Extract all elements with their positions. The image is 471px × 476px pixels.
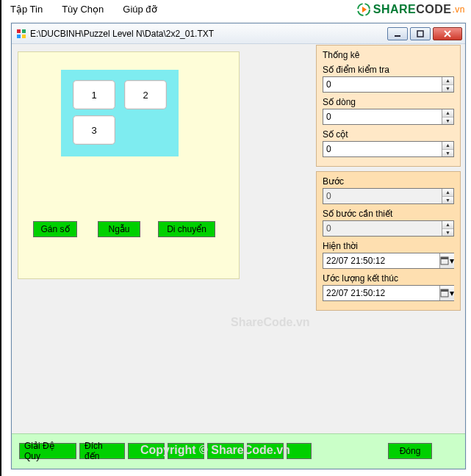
testpoints-spinner[interactable]: ▲▼ — [442, 77, 453, 92]
step-input: ▲▼ — [323, 188, 454, 204]
step-label: Bước — [323, 176, 454, 187]
stats-panel: Thống kê Số điểm kiểm tra ▲▼ Số dòng ▲▼ — [316, 45, 461, 412]
needed-spinner: ▲▼ — [442, 221, 453, 236]
close-window-button[interactable] — [433, 27, 462, 40]
bottom-bar: Giải Đệ Quy Đích đến Đóng — [12, 433, 465, 469]
svg-rect-5 — [22, 35, 26, 38]
destination-button[interactable]: Đích đến — [79, 443, 125, 459]
testpoints-input[interactable]: ▲▼ — [323, 76, 454, 93]
brand-vn: .vn — [452, 4, 465, 15]
stub-button-3[interactable] — [207, 443, 244, 459]
svg-rect-2 — [17, 29, 21, 33]
testpoints-label: Số điểm kiểm tra — [323, 65, 454, 75]
cols-spinner[interactable]: ▲▼ — [442, 142, 453, 156]
step-spinner: ▲▼ — [442, 189, 453, 203]
testpoints-value[interactable] — [323, 77, 442, 92]
maximize-button[interactable] — [410, 27, 431, 40]
needed-value — [323, 221, 442, 236]
calendar-icon[interactable]: ▾ — [439, 286, 454, 300]
stub-button-2[interactable] — [168, 443, 204, 459]
brand-code: CODE — [416, 3, 451, 16]
tile-1[interactable]: 1 — [73, 80, 115, 109]
eta-label: Ước lượng kết thúc — [323, 273, 454, 284]
tile-3[interactable]: 3 — [73, 115, 115, 145]
rows-input[interactable]: ▲▼ — [323, 109, 454, 125]
stats-heading: Thống kê — [323, 50, 454, 60]
now-label: Hiện thời — [323, 241, 454, 251]
close-button[interactable]: Đóng — [388, 443, 432, 459]
minimize-button[interactable] — [387, 27, 408, 40]
puzzle-board: 1 2 3 — [61, 70, 179, 156]
stub-button-5[interactable] — [287, 443, 312, 459]
app-icon — [16, 29, 26, 39]
menu-help[interactable]: Giúp đỡ — [123, 4, 157, 15]
needed-label: Số bước cần thiết — [323, 209, 454, 219]
now-input[interactable]: ▾ — [323, 253, 454, 269]
rows-label: Số dòng — [323, 97, 454, 107]
menu-file[interactable]: Tập Tin — [10, 4, 43, 15]
assign-button[interactable]: Gán số — [33, 221, 77, 237]
svg-rect-7 — [417, 31, 423, 37]
rows-value[interactable] — [323, 109, 442, 124]
brand-share: SHARE — [373, 3, 417, 16]
stub-button-1[interactable] — [128, 443, 165, 459]
cols-value[interactable] — [323, 142, 442, 156]
brand-logo: SHARECODE.vn — [356, 1, 465, 18]
step-value — [323, 189, 442, 203]
watermark-center: ShareCode.vn — [231, 316, 310, 329]
calendar-icon[interactable]: ▾ — [439, 253, 454, 268]
recurse-button[interactable]: Giải Đệ Quy — [19, 443, 76, 459]
svg-rect-6 — [395, 35, 400, 37]
menu-options[interactable]: Tùy Chọn — [62, 4, 104, 15]
cols-label: Số cột — [323, 129, 454, 140]
random-button[interactable]: Ngẫu — [98, 221, 140, 237]
needed-input: ▲▼ — [323, 220, 454, 237]
puzzle-panel: 1 2 3 Gán số Ngẫu Di chuyển — [18, 51, 240, 279]
now-value[interactable] — [323, 253, 439, 268]
svg-rect-11 — [441, 289, 448, 292]
svg-rect-3 — [22, 29, 26, 33]
rows-spinner[interactable]: ▲▼ — [442, 109, 453, 124]
title-bar: E:\DUCBINH\Puzzel Level N\Data\2x2_01.TX… — [12, 24, 465, 44]
window-title: E:\DUCBINH\Puzzel Level N\Data\2x2_01.TX… — [30, 29, 387, 39]
move-button[interactable]: Di chuyển — [158, 221, 215, 237]
eta-input[interactable]: ▾ — [323, 285, 454, 301]
stub-button-4[interactable] — [247, 443, 284, 459]
svg-rect-4 — [17, 35, 21, 38]
eta-value[interactable] — [323, 286, 439, 300]
svg-marker-1 — [362, 7, 367, 12]
tile-2[interactable]: 2 — [124, 80, 167, 109]
svg-rect-9 — [441, 257, 448, 259]
cols-input[interactable]: ▲▼ — [323, 141, 454, 157]
app-window: E:\DUCBINH\Puzzel Level N\Data\2x2_01.TX… — [11, 23, 466, 469]
